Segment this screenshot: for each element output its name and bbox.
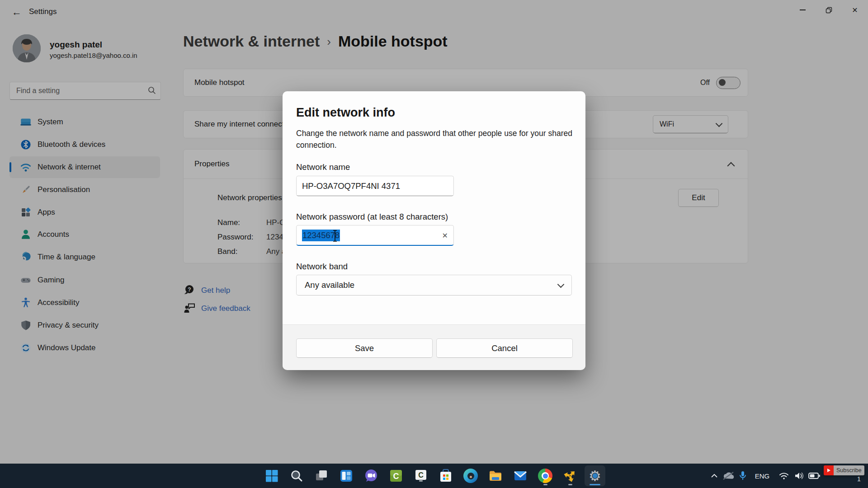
youtube-play-icon — [824, 465, 834, 475]
tray-language-button[interactable]: ENG — [752, 464, 772, 488]
chrome-icon — [538, 469, 552, 483]
start-icon — [264, 469, 279, 483]
edit-network-info-dialog: Edit network info Change the network nam… — [283, 91, 585, 370]
network-band-value: Any available — [305, 280, 354, 290]
chrome-running-indicator — [543, 484, 547, 485]
svg-text:C: C — [418, 471, 424, 479]
network-password-input[interactable]: 12345678 ✕ — [296, 225, 454, 246]
cancel-button[interactable]: Cancel — [436, 338, 573, 358]
taskbar-chat-button[interactable] — [361, 465, 382, 486]
mail-icon — [513, 469, 528, 483]
widgets-icon — [339, 469, 354, 483]
chat-icon — [364, 469, 378, 483]
tray-microphone-button[interactable] — [737, 464, 749, 488]
dialog-footer: Save Cancel — [283, 324, 585, 370]
taskbar-widgets-button[interactable] — [336, 465, 357, 486]
taskbar-start-button[interactable] — [261, 465, 282, 486]
chevron-up-icon — [711, 474, 718, 478]
camtasia-recorder-icon: C — [414, 469, 428, 483]
chevron-down-icon — [557, 281, 565, 288]
taskbar-settings-button[interactable]: ⚙ — [585, 465, 605, 486]
search-icon — [290, 469, 303, 483]
vmware-running-indicator — [568, 484, 572, 485]
settings-gear-icon: ⚙ — [587, 468, 603, 483]
network-name-input[interactable] — [296, 176, 454, 196]
tray-chevron-up-button[interactable] — [708, 464, 721, 488]
wifi-icon — [779, 472, 789, 480]
task-view-icon — [314, 469, 329, 483]
edge-icon — [463, 469, 478, 483]
taskbar-mail-button[interactable] — [510, 465, 531, 486]
tray-volume-button[interactable] — [792, 464, 807, 488]
onedrive-paused-icon — [722, 471, 734, 480]
tray-onedrive-button[interactable] — [721, 464, 736, 488]
clock-fragment-bottom: 1 — [857, 475, 861, 483]
battery-icon — [808, 473, 820, 479]
taskbar-file-explorer-button[interactable] — [485, 465, 506, 486]
camtasia-icon: C — [389, 469, 403, 483]
network-name-label: Network name — [296, 162, 350, 172]
taskbar-camtasia-recorder-button[interactable]: C — [410, 465, 431, 486]
dialog-description: Change the network name and password tha… — [296, 127, 585, 151]
file-explorer-icon — [488, 469, 503, 483]
tray-wifi-button[interactable] — [777, 464, 791, 488]
network-band-dropdown[interactable]: Any available — [296, 275, 572, 296]
taskbar-camtasia-button[interactable]: C — [386, 465, 406, 486]
taskbar: C C ⚙ — [0, 464, 868, 488]
taskbar-task-view-button[interactable] — [311, 465, 332, 486]
tray-battery-button[interactable] — [807, 464, 822, 488]
subscribe-label: Subscribe — [834, 465, 864, 475]
network-password-label: Network password (at least 8 characters) — [296, 212, 448, 222]
language-indicator: ENG — [755, 472, 770, 480]
dialog-title: Edit network info — [296, 106, 395, 120]
taskbar-store-button[interactable] — [435, 465, 456, 486]
subscribe-watermark: Subscribe — [824, 465, 864, 475]
taskbar-search-button[interactable] — [286, 465, 307, 486]
microsoft-store-icon — [439, 469, 453, 483]
svg-text:C: C — [393, 472, 399, 481]
network-band-label: Network band — [296, 262, 348, 272]
vmware-icon — [563, 469, 577, 483]
save-button[interactable]: Save — [296, 338, 433, 358]
text-cursor-ibeam — [332, 230, 338, 244]
microphone-icon — [739, 471, 746, 481]
taskbar-chrome-button[interactable] — [535, 465, 556, 486]
speaker-icon — [794, 472, 804, 480]
taskbar-vmware-button[interactable] — [560, 465, 580, 486]
clear-text-icon[interactable]: ✕ — [442, 231, 448, 239]
screen: ← Settings ✕ yogesh patel yogesh.patel18… — [0, 0, 868, 488]
settings-active-indicator — [590, 484, 600, 485]
taskbar-edge-button[interactable] — [460, 465, 481, 486]
